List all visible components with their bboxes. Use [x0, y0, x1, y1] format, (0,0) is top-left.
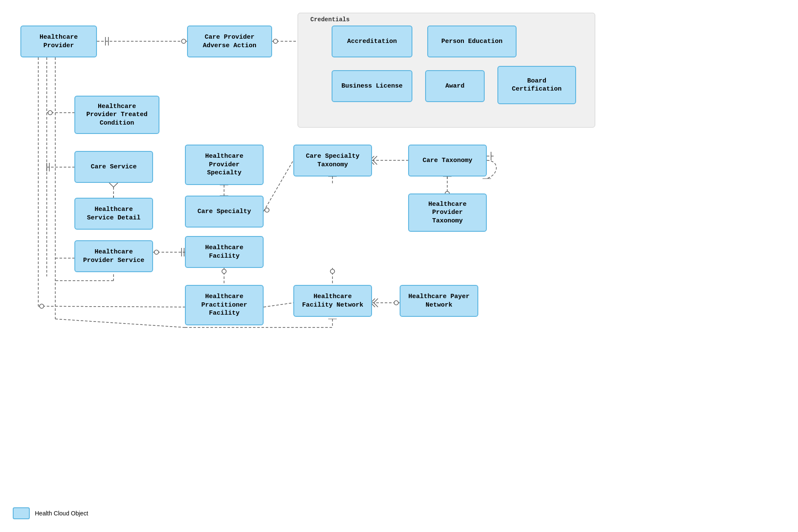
svg-point-49 [330, 269, 335, 273]
legend: Health Cloud Object [13, 507, 88, 519]
svg-line-27 [264, 160, 293, 211]
svg-point-40 [154, 250, 159, 254]
node-healthcare-provider: Healthcare Provider [20, 26, 97, 57]
legend-label: Health Cloud Object [35, 510, 88, 517]
node-care-service: Care Service [74, 151, 153, 183]
node-care-taxonomy: Care Taxonomy [408, 145, 487, 176]
node-accreditation: Accreditation [332, 26, 412, 57]
svg-point-60 [40, 304, 44, 308]
node-healthcare-payer-network: Healthcare PayerNetwork [400, 285, 478, 317]
legend-box [13, 507, 30, 519]
node-healthcare-provider-specialty: HealthcareProviderSpecialty [185, 145, 264, 185]
svg-point-8 [182, 39, 186, 43]
diagram-container: Credentials [0, 0, 798, 502]
svg-point-51 [394, 301, 398, 305]
node-award: Award [425, 70, 485, 102]
node-healthcare-provider-treated-condition: HealthcareProvider TreatedCondition [74, 96, 159, 134]
node-care-specialty-taxonomy: Care SpecialtyTaxonomy [293, 145, 372, 176]
credentials-label: Credentials [310, 16, 349, 23]
node-healthcare-service-detail: HealthcareService Detail [74, 198, 153, 230]
svg-point-16 [48, 111, 52, 115]
svg-point-10 [273, 39, 278, 43]
svg-line-59 [38, 306, 185, 307]
node-healthcare-facility: HealthcareFacility [185, 236, 264, 268]
node-healthcare-provider-taxonomy: HealthcareProviderTaxonomy [408, 193, 487, 232]
svg-point-28 [265, 208, 269, 212]
node-healthcare-facility-network: HealthcareFacility Network [293, 285, 372, 317]
node-healthcare-practitioner-facility: HealthcarePractitionerFacility [185, 285, 264, 325]
node-healthcare-provider-service: HealthcareProvider Service [74, 240, 153, 272]
svg-line-54 [55, 319, 185, 327]
svg-line-45 [264, 303, 293, 307]
svg-point-44 [222, 269, 226, 273]
node-care-provider-adverse-action: Care ProviderAdverse Action [187, 26, 272, 57]
node-person-education: Person Education [427, 26, 517, 57]
node-board-certification: BoardCertification [497, 66, 576, 104]
node-business-license: Business License [332, 70, 412, 102]
node-care-specialty: Care Specialty [185, 196, 264, 228]
